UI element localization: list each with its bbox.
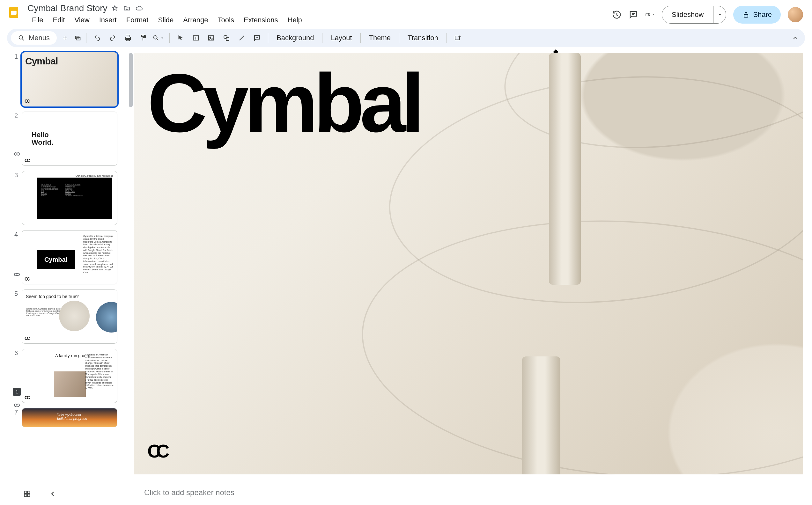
thumb-title: Seem too good to be true? (26, 294, 79, 299)
cc-mark-icon: CC (25, 158, 29, 163)
cloud-status-icon[interactable] (136, 5, 143, 12)
svg-rect-3 (744, 14, 748, 17)
undo-button[interactable] (90, 31, 104, 45)
menu-extensions[interactable]: Extensions (239, 14, 283, 26)
meet-icon[interactable] (645, 10, 655, 19)
menu-slide[interactable]: Slide (153, 14, 178, 26)
thumb-quote: "It is my fervent belief that progress (57, 413, 89, 420)
menus-label: Menus (29, 34, 50, 42)
slide-number: 5 (10, 290, 18, 298)
cc-mark-icon: CC (25, 277, 29, 282)
cc-logo-mark: CC (147, 440, 165, 462)
select-tool-button[interactable] (173, 31, 187, 45)
comment-add-button[interactable] (250, 31, 264, 45)
slide-canvas-area[interactable]: Cymbal CC (134, 50, 803, 474)
thumb-hello: HelloWorld. (32, 131, 53, 146)
share-button[interactable]: Share (733, 6, 781, 24)
slide-thumbnail-2[interactable]: 2 HelloWorld. CC (10, 112, 131, 166)
hide-menus-button[interactable] (790, 32, 801, 44)
layout-button[interactable]: Layout (326, 31, 356, 45)
move-icon[interactable] (124, 5, 131, 12)
star-icon[interactable] (111, 5, 118, 12)
slide-thumbnail-3[interactable]: 3 Our story, strategy and resources Our … (10, 171, 131, 225)
line-button[interactable] (235, 31, 249, 45)
zoom-button[interactable] (152, 31, 166, 45)
speaker-notes-placeholder: Click to add speaker notes (144, 488, 234, 497)
thumb-body: Cymbal is an American multinational cong… (85, 354, 114, 390)
new-slide-button[interactable] (58, 31, 72, 45)
slide-title-text[interactable]: Cymbal (147, 70, 420, 136)
print-button[interactable] (121, 31, 135, 45)
caret-down-icon (652, 12, 655, 17)
share-label: Share (753, 11, 772, 19)
paint-format-button[interactable] (136, 31, 150, 45)
lock-icon (742, 11, 750, 18)
slide-canvas[interactable]: Cymbal CC (134, 53, 803, 474)
redo-button[interactable] (106, 31, 120, 45)
thumb-title: A family-run group. (55, 354, 90, 358)
menu-format[interactable]: Format (122, 14, 153, 26)
document-title[interactable]: Cymbal Brand Story (27, 3, 108, 13)
slide-number: 6 (10, 349, 18, 357)
slide-thumbnail-7[interactable]: 7 "It is my fervent belief that progress (10, 408, 131, 427)
slide-number: 3 (10, 171, 18, 179)
title-bar: Cymbal Brand Story File Edit View Insert… (0, 0, 812, 26)
slideshow-options-button[interactable] (713, 6, 726, 23)
menu-insert[interactable]: Insert (95, 14, 121, 26)
svg-point-22 (17, 404, 19, 406)
filmstrip: 1 Cymbal CC 2 HelloWorld. CC 3 Our story… (0, 50, 134, 505)
cc-mark-icon: CC (25, 336, 29, 341)
svg-rect-25 (24, 494, 27, 497)
caret-down-icon (160, 36, 165, 40)
thumb-sub: You're right, Cymbal's story is a story … (26, 308, 64, 317)
slideshow-button[interactable]: Slideshow (662, 6, 713, 23)
menu-tools[interactable]: Tools (213, 14, 238, 26)
slide-thumbnail-6[interactable]: 6 A family-run group. Cymbal is an Ameri… (10, 349, 131, 403)
svg-rect-1 (11, 11, 17, 15)
shape-button[interactable] (219, 31, 233, 45)
menu-arrange[interactable]: Arrange (179, 14, 212, 26)
menu-view[interactable]: View (70, 14, 94, 26)
svg-point-14 (224, 35, 227, 39)
menu-file[interactable]: File (27, 14, 47, 26)
svg-point-13 (210, 37, 211, 38)
slide-number: 2 (10, 112, 18, 120)
history-icon[interactable] (612, 10, 622, 19)
svg-rect-24 (27, 491, 30, 494)
speaker-notes-area[interactable]: Click to add speaker notes (134, 480, 803, 505)
slides-app-icon[interactable] (4, 3, 23, 22)
work-area: 1 Cymbal CC 2 HelloWorld. CC 3 Our story… (0, 50, 812, 505)
thumb-header: Our story, strategy and resources (75, 174, 113, 177)
text-box-button[interactable] (189, 31, 203, 45)
thumb-logo: Cymbal (37, 250, 75, 269)
slide-number: 1 (10, 52, 18, 60)
transition-button[interactable]: Transition (403, 31, 443, 45)
menu-help[interactable]: Help (283, 14, 307, 26)
cc-mark-icon: CC (25, 395, 29, 400)
svg-rect-26 (27, 494, 30, 497)
svg-point-10 (154, 36, 157, 39)
slide-number: 7 (10, 408, 18, 416)
slide-thumbnail-4[interactable]: 4 Cymbal Cymbal is a fictional company c… (10, 230, 131, 284)
thumb-toc: Our StoryCymbal GroupCymbal BusinessKitR… (37, 178, 112, 219)
explore-image-button[interactable] (451, 31, 465, 45)
grid-view-button[interactable] (22, 489, 32, 499)
menu-bar: File Edit View Insert Format Slide Arran… (27, 14, 608, 26)
slideshow-button-group: Slideshow (662, 6, 726, 24)
collapse-filmstrip-button[interactable] (48, 489, 57, 499)
toolbar: Menus Background Layout Theme Transition (7, 29, 805, 47)
account-avatar[interactable] (788, 7, 803, 22)
slide-thumbnail-1[interactable]: 1 Cymbal CC (10, 52, 131, 107)
new-slide-with-layout-button[interactable] (73, 31, 82, 45)
svg-point-21 (14, 404, 17, 406)
search-icon (18, 34, 25, 41)
slide-thumbnail-5[interactable]: 5 Seem too good to be true? You're right… (10, 290, 131, 344)
search-menus-button[interactable]: Menus (11, 31, 57, 45)
background-button[interactable]: Background (272, 31, 318, 45)
image-button[interactable] (204, 31, 218, 45)
svg-point-4 (19, 36, 23, 39)
cc-mark-icon: CC (25, 99, 29, 104)
comments-icon[interactable] (629, 10, 638, 19)
menu-edit[interactable]: Edit (48, 14, 69, 26)
theme-button[interactable]: Theme (364, 31, 395, 45)
